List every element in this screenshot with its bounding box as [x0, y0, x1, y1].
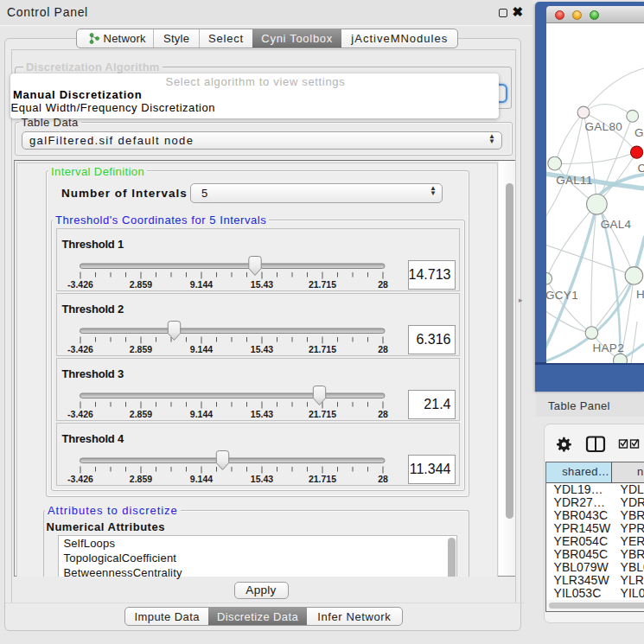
svg-text:HAP2: HAP2 [593, 341, 624, 354]
svg-text:2.859: 2.859 [129, 279, 151, 290]
svg-text:21.715: 21.715 [308, 344, 335, 354]
svg-text:2.859: 2.859 [129, 409, 151, 419]
svg-text:C: C [638, 162, 644, 175]
svg-text:21.715: 21.715 [308, 474, 335, 484]
svg-text:2.859: 2.859 [129, 474, 151, 484]
svg-text:21.715: 21.715 [308, 409, 335, 419]
svg-text:28: 28 [378, 474, 388, 484]
svg-text:GCY1: GCY1 [546, 289, 578, 302]
svg-text:15.43: 15.43 [250, 279, 272, 290]
svg-text:15.43: 15.43 [250, 409, 272, 419]
svg-text:GA: GA [634, 126, 644, 139]
svg-text:28: 28 [378, 409, 388, 419]
svg-text:15.43: 15.43 [250, 344, 272, 354]
svg-text:9.144: 9.144 [189, 474, 212, 484]
svg-text:-3.426: -3.426 [67, 344, 93, 354]
svg-text:GAL80: GAL80 [585, 120, 623, 133]
svg-text:21.715: 21.715 [308, 279, 335, 290]
svg-text:2.859: 2.859 [129, 344, 151, 354]
svg-text:H: H [636, 288, 644, 301]
svg-text:9.144: 9.144 [189, 344, 212, 354]
svg-text:GAL11: GAL11 [556, 174, 593, 187]
svg-text:28: 28 [378, 279, 388, 290]
svg-text:-3.426: -3.426 [67, 409, 93, 419]
svg-text:GAL4: GAL4 [601, 218, 632, 231]
svg-text:-3.426: -3.426 [67, 279, 93, 290]
svg-text:28: 28 [378, 344, 388, 354]
svg-text:9.144: 9.144 [189, 409, 212, 419]
svg-text:15.43: 15.43 [250, 474, 272, 484]
svg-text:9.144: 9.144 [189, 279, 212, 290]
svg-text:-3.426: -3.426 [67, 474, 93, 484]
